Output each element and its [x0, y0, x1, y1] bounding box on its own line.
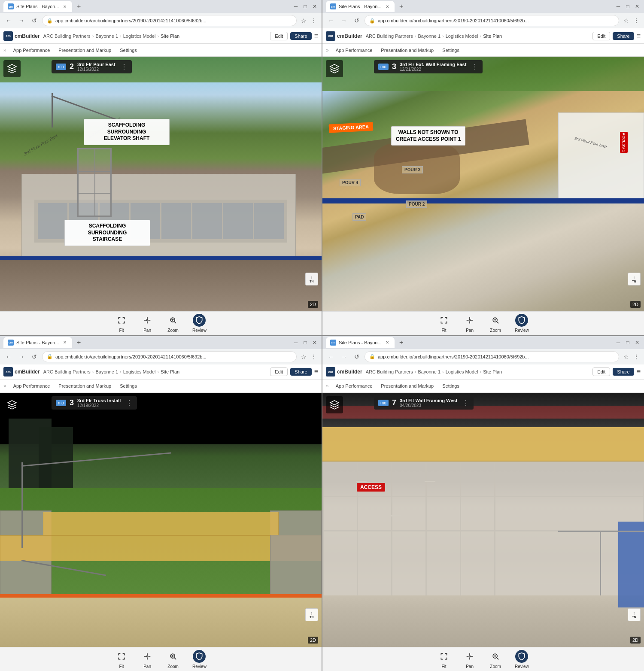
- bookmark-icon-4[interactable]: ☆: [622, 352, 630, 361]
- tab-4[interactable]: cm Site Plans - Bayon... ✕: [326, 337, 395, 348]
- fit-btn-1[interactable]: Fit: [115, 314, 128, 333]
- sub-item-4c[interactable]: Settings: [440, 383, 461, 389]
- breadcrumb-item-1c[interactable]: Logistics Model: [123, 33, 156, 39]
- sub-item-2b[interactable]: Presentation and Markup: [379, 47, 435, 54]
- new-tab-btn-4[interactable]: +: [397, 338, 406, 347]
- minimize-btn-3[interactable]: ─: [292, 339, 299, 346]
- sub-item-4b[interactable]: Presentation and Markup: [379, 383, 435, 389]
- review-btn-2[interactable]: Review: [515, 314, 529, 333]
- refresh-btn-3[interactable]: ↺: [29, 352, 39, 362]
- close-btn-1[interactable]: ✕: [311, 3, 318, 10]
- edit-btn-2[interactable]: Edit: [592, 32, 610, 40]
- sub-item-3a[interactable]: App Performance: [12, 383, 52, 389]
- maximize-btn-2[interactable]: □: [624, 3, 631, 10]
- breadcrumb-item-4c[interactable]: Logistics Model: [446, 369, 478, 374]
- edit-btn-1[interactable]: Edit: [270, 32, 288, 40]
- close-btn-2[interactable]: ✕: [634, 3, 641, 10]
- sub-item-3c[interactable]: Settings: [118, 383, 139, 389]
- bookmark-icon-3[interactable]: ☆: [299, 352, 308, 361]
- tab-close-3[interactable]: ✕: [62, 340, 68, 346]
- sub-item-2a[interactable]: App Performance: [334, 47, 374, 54]
- new-tab-btn-3[interactable]: +: [75, 338, 83, 347]
- menu-btn-2[interactable]: ≡: [637, 32, 641, 40]
- share-btn-4[interactable]: Share: [613, 368, 634, 376]
- tab-close-2[interactable]: ✕: [384, 3, 390, 9]
- pan-btn-1[interactable]: Pan: [141, 314, 154, 333]
- review-btn-1[interactable]: Review: [192, 314, 207, 333]
- zoom-btn-3[interactable]: Zoom: [167, 650, 179, 669]
- review-btn-3[interactable]: Review: [192, 650, 207, 669]
- minimize-btn-2[interactable]: ─: [615, 3, 622, 10]
- tab-close-4[interactable]: ✕: [384, 340, 390, 346]
- minimize-btn-4[interactable]: ─: [615, 339, 622, 346]
- address-bar-3[interactable]: 🔒 app.cmbuilder.io/arcbuildingpartners/2…: [42, 351, 297, 362]
- forward-btn-4[interactable]: →: [339, 352, 349, 362]
- menu-btn-1[interactable]: ≡: [314, 32, 318, 40]
- breadcrumb-item-2b[interactable]: Bayonne 1: [418, 33, 440, 39]
- pan-btn-2[interactable]: Pan: [463, 314, 476, 333]
- bookmark-icon-1[interactable]: ☆: [299, 16, 308, 25]
- breadcrumb-item-4a[interactable]: ARC Building Partners: [366, 369, 413, 374]
- breadcrumb-item-4b[interactable]: Bayonne 1: [418, 369, 440, 374]
- more-icon-3[interactable]: ⋮: [310, 352, 318, 361]
- forward-btn-3[interactable]: →: [16, 352, 27, 362]
- layers-icon-4[interactable]: [326, 396, 343, 413]
- minimize-btn-1[interactable]: ─: [292, 3, 299, 10]
- address-bar-1[interactable]: 🔒 app.cmbuilder.io/arcbuildingpartners/2…: [42, 15, 297, 26]
- maximize-btn-1[interactable]: □: [302, 3, 309, 10]
- forward-btn-1[interactable]: →: [16, 15, 27, 26]
- new-tab-btn-1[interactable]: +: [75, 2, 83, 11]
- new-tab-btn-2[interactable]: +: [397, 2, 406, 11]
- edit-btn-4[interactable]: Edit: [592, 367, 610, 376]
- sub-item-3b[interactable]: Presentation and Markup: [57, 383, 113, 389]
- back-btn-4[interactable]: ←: [326, 352, 336, 362]
- sub-item-2c[interactable]: Settings: [440, 47, 461, 54]
- viewport-1[interactable]: 2nd Floor Pour East 3rd Floor Pour East …: [0, 57, 322, 311]
- breadcrumb-item-3a[interactable]: ARC Building Partners: [43, 369, 91, 374]
- zoom-btn-4[interactable]: Zoom: [489, 650, 502, 669]
- sub-item-1c[interactable]: Settings: [118, 47, 139, 54]
- panel-card-dots-3[interactable]: ⋮: [126, 399, 133, 407]
- pan-btn-4[interactable]: Pan: [463, 650, 476, 669]
- sub-item-1a[interactable]: App Performance: [12, 47, 52, 54]
- tab-2[interactable]: cm Site Plans - Bayon... ✕: [326, 1, 395, 12]
- sub-item-1b[interactable]: Presentation and Markup: [57, 47, 113, 54]
- tab-1[interactable]: cm Site Plans - Bayon... ✕: [3, 1, 72, 12]
- breadcrumb-item-2a[interactable]: ARC Building Partners: [366, 33, 413, 39]
- zoom-btn-1[interactable]: Zoom: [167, 314, 179, 333]
- share-btn-2[interactable]: Share: [613, 32, 634, 40]
- breadcrumb-item-3c[interactable]: Logistics Model: [123, 369, 156, 374]
- refresh-btn-2[interactable]: ↺: [352, 15, 362, 26]
- tab-3[interactable]: cm Site Plans - Bayon... ✕: [3, 337, 72, 348]
- breadcrumb-item-2c[interactable]: Logistics Model: [446, 33, 478, 39]
- viewport-3[interactable]: mo 3 3rd Flr Truss Install 12/19/2022 ⋮ …: [0, 393, 322, 647]
- bookmark-icon-2[interactable]: ☆: [622, 16, 630, 25]
- edit-btn-3[interactable]: Edit: [270, 367, 288, 376]
- zoom-btn-2[interactable]: Zoom: [489, 314, 502, 333]
- menu-btn-3[interactable]: ≡: [314, 368, 318, 376]
- layers-icon-3[interactable]: [3, 396, 21, 413]
- address-bar-4[interactable]: 🔒 app.cmbuilder.io/arcbuildingpartners/2…: [365, 351, 619, 362]
- pan-btn-3[interactable]: Pan: [141, 650, 154, 669]
- more-icon-4[interactable]: ⋮: [632, 352, 641, 361]
- viewport-4[interactable]: ACCESS mo 7 3rd Flt Wall Framing West 04…: [322, 393, 644, 647]
- review-btn-4[interactable]: Review: [515, 650, 529, 669]
- fit-btn-4[interactable]: Fit: [437, 650, 450, 669]
- close-btn-4[interactable]: ✕: [634, 339, 641, 346]
- fit-btn-3[interactable]: Fit: [115, 650, 128, 669]
- refresh-btn-4[interactable]: ↺: [352, 352, 362, 362]
- more-icon-1[interactable]: ⋮: [310, 16, 318, 25]
- maximize-btn-3[interactable]: □: [302, 339, 309, 346]
- panel-card-dots-2[interactable]: ⋮: [471, 63, 478, 71]
- refresh-btn-1[interactable]: ↺: [29, 15, 39, 26]
- close-btn-3[interactable]: ✕: [311, 339, 318, 346]
- share-btn-3[interactable]: Share: [290, 368, 311, 376]
- back-btn-2[interactable]: ←: [326, 15, 336, 26]
- back-btn-3[interactable]: ←: [3, 352, 14, 362]
- share-btn-1[interactable]: Share: [290, 32, 311, 40]
- breadcrumb-item-1b[interactable]: Bayonne 1: [95, 33, 118, 39]
- maximize-btn-4[interactable]: □: [624, 339, 631, 346]
- menu-btn-4[interactable]: ≡: [637, 368, 641, 376]
- viewport-2[interactable]: STAGING AREA POUR 3 POUR 4 PAD POUR 2 3r…: [322, 57, 644, 311]
- address-bar-2[interactable]: 🔒 app.cmbuilder.io/arcbuildingpartners/2…: [365, 15, 619, 26]
